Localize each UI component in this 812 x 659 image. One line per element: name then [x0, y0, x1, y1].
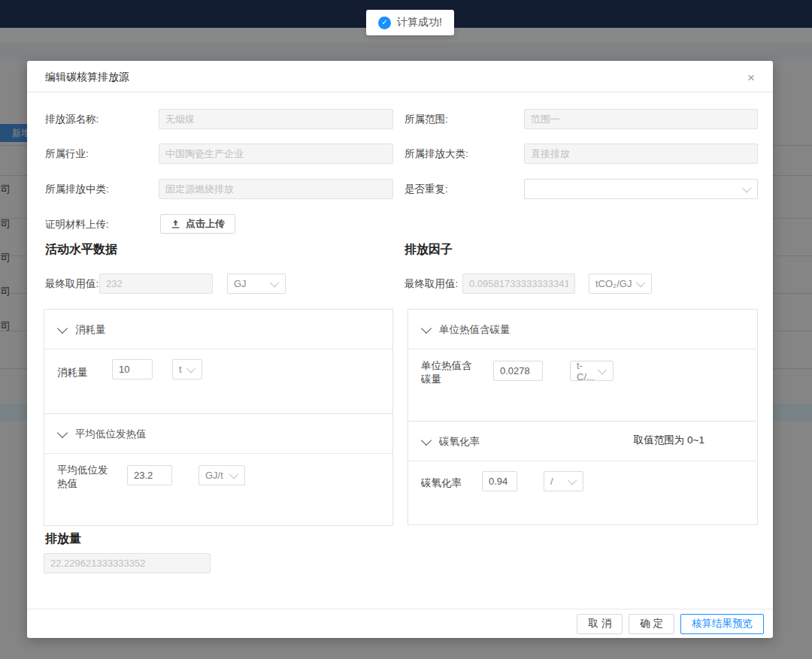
oxidation-rate-row-label: 碳氧化率	[421, 476, 462, 490]
cancel-button[interactable]: 取 消	[577, 614, 623, 634]
chevron-down-icon	[636, 278, 646, 288]
upload-label: 证明材料上传:	[45, 218, 109, 231]
carbon-content-unit-select[interactable]: t-C/...	[570, 361, 614, 381]
major-category-field	[524, 144, 758, 164]
chevron-down-icon	[270, 278, 280, 288]
heating-value-panel-title: 平均低位发热值	[75, 428, 147, 441]
industry-label: 所属行业:	[45, 147, 89, 161]
factor-panels: 单位热值含碳量 单位热值含碳量 t-C/... 碳氧化率 取值范围为 0~1 碳…	[408, 309, 758, 525]
source-name-field	[159, 109, 393, 129]
chevron-down-icon	[742, 183, 752, 193]
consumption-input[interactable]	[112, 359, 153, 379]
scope-field	[524, 109, 758, 129]
activity-final-field	[99, 274, 213, 294]
upload-icon	[171, 219, 180, 229]
oxidation-rate-unit-value: /	[550, 476, 553, 487]
preview-result-button[interactable]: 核算结果预览	[680, 614, 764, 634]
heating-value-unit-select[interactable]: GJ/t	[198, 465, 245, 485]
factor-final-label: 最终取用值:	[404, 277, 458, 291]
close-icon[interactable]: ×	[744, 68, 758, 87]
edit-emission-source-dialog: 编辑碳核算排放源 × 排放源名称: 所属范围: 所属行业: 所属排放大类: 所属…	[27, 61, 773, 638]
heating-value-panel-header[interactable]: 平均低位发热值	[44, 414, 392, 454]
scope-label: 所属范围:	[404, 113, 448, 126]
collapse-chevron-icon	[421, 435, 432, 446]
activity-section-heading: 活动水平数据	[45, 242, 117, 258]
factor-unit-select[interactable]: tCO₂/GJ	[589, 274, 652, 294]
emission-field	[44, 553, 211, 573]
carbon-content-panel-header[interactable]: 单位热值含碳量	[408, 310, 757, 349]
heating-value-input[interactable]	[127, 465, 172, 485]
oxidation-rate-panel-header[interactable]: 碳氧化率 取值范围为 0~1	[408, 422, 757, 461]
heating-value-row-label: 平均低位发热值	[57, 464, 111, 491]
success-check-icon: ✓	[378, 17, 391, 29]
consumption-panel: 消耗量 消耗量 t	[44, 309, 393, 414]
carbon-content-row-label: 单位热值含碳量	[421, 359, 478, 386]
collapse-chevron-icon	[57, 428, 68, 438]
activity-unit-select[interactable]: GJ	[227, 274, 286, 294]
emission-heading: 排放量	[45, 531, 81, 547]
carbon-content-input[interactable]	[493, 361, 543, 381]
toast-text: 计算成功!	[397, 16, 442, 29]
ok-button[interactable]: 确 定	[629, 614, 674, 634]
activity-unit-value: GJ	[234, 278, 247, 289]
factor-unit-value: tCO₂/GJ	[595, 278, 632, 289]
activity-final-label: 最终取用值:	[45, 277, 98, 291]
upload-button-label: 点击上传	[186, 217, 225, 231]
major-category-label: 所属排放大类:	[404, 147, 468, 161]
factor-final-field	[462, 274, 575, 294]
chevron-down-icon	[568, 476, 577, 485]
chevron-down-icon	[598, 365, 607, 375]
consumption-row-label: 消耗量	[57, 366, 88, 379]
chevron-down-icon	[186, 364, 196, 373]
oxidation-rate-input[interactable]	[482, 471, 517, 491]
carbon-content-panel: 单位热值含碳量 单位热值含碳量 t-C/...	[408, 309, 758, 422]
mid-category-field	[159, 179, 393, 199]
industry-field	[159, 144, 393, 164]
is-duplicate-label: 是否重复:	[404, 183, 448, 196]
heating-value-panel: 平均低位发热值 平均低位发热值 GJ/t	[44, 413, 393, 526]
chevron-down-icon	[229, 470, 239, 479]
oxidation-rate-panel-title: 碳氧化率	[439, 435, 480, 449]
source-name-label: 排放源名称:	[45, 113, 98, 126]
factor-section-heading: 排放因子	[404, 242, 453, 258]
mid-category-label: 所属排放中类:	[45, 183, 109, 196]
consumption-unit-value: t	[179, 364, 182, 375]
oxidation-rate-panel: 碳氧化率 取值范围为 0~1 碳氧化率 /	[408, 421, 758, 525]
carbon-content-panel-title: 单位热值含碳量	[439, 323, 511, 337]
dialog-header: 编辑碳核算排放源 ×	[27, 61, 773, 92]
toast-message: ✓ 计算成功!	[366, 10, 454, 35]
activity-panels: 消耗量 消耗量 t 平均低位发热值 平均低位发热值 GJ/t	[44, 309, 393, 526]
dialog-title: 编辑碳核算排放源	[45, 71, 129, 84]
collapse-chevron-icon	[57, 323, 68, 334]
consumption-unit-select[interactable]: t	[172, 359, 202, 379]
oxidation-rate-unit-select[interactable]: /	[544, 471, 583, 491]
oxidation-rate-range-note: 取值范围为 0~1	[634, 434, 704, 447]
is-duplicate-select[interactable]	[524, 179, 758, 199]
collapse-chevron-icon	[421, 323, 432, 334]
heating-value-unit-value: GJ/t	[205, 470, 223, 481]
dialog-footer: 取 消 确 定 核算结果预览	[27, 609, 773, 638]
carbon-content-unit-value: t-C/...	[577, 360, 595, 382]
upload-button[interactable]: 点击上传	[160, 214, 235, 234]
consumption-panel-header[interactable]: 消耗量	[44, 310, 392, 349]
consumption-panel-title: 消耗量	[75, 323, 106, 337]
